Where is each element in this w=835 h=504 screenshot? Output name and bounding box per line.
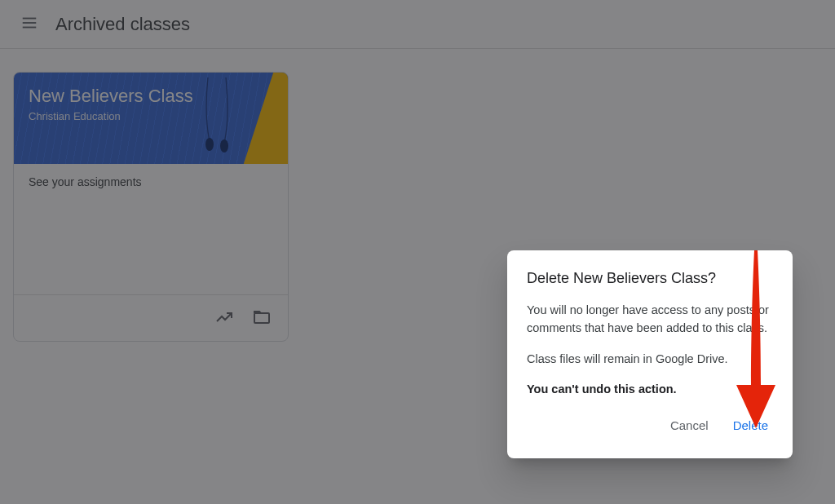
dialog-actions: Cancel Delete bbox=[527, 412, 773, 439]
dialog-paragraph-1: You will no longer have access to any po… bbox=[527, 302, 773, 338]
cancel-button[interactable]: Cancel bbox=[665, 412, 714, 439]
dialog-body: You will no longer have access to any po… bbox=[527, 302, 773, 399]
delete-dialog: Delete New Believers Class? You will no … bbox=[507, 250, 793, 458]
app-root: Archived classes New Believers Class Chr… bbox=[0, 0, 835, 504]
dialog-paragraph-2: Class files will remain in Google Drive. bbox=[527, 351, 773, 369]
dialog-title: Delete New Believers Class? bbox=[527, 270, 773, 287]
dialog-paragraph-3: You can't undo this action. bbox=[527, 381, 773, 399]
delete-button[interactable]: Delete bbox=[728, 412, 773, 439]
